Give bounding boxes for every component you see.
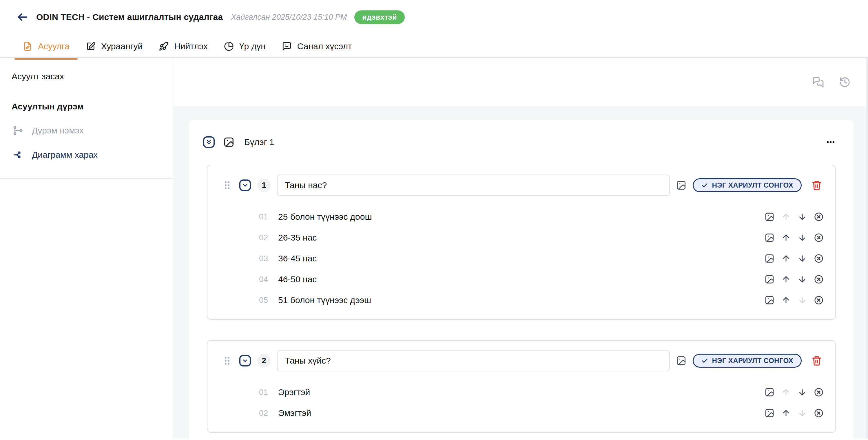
arrow-down-icon bbox=[798, 275, 807, 284]
remove-option-button[interactable] bbox=[814, 212, 824, 222]
image-icon bbox=[765, 408, 774, 418]
collapse-question-button[interactable] bbox=[239, 179, 251, 191]
comments-button[interactable] bbox=[812, 76, 824, 88]
image-icon bbox=[765, 212, 774, 222]
question-image-button[interactable] bbox=[676, 356, 686, 366]
option-image-button[interactable] bbox=[765, 212, 774, 222]
option-label: Эрэгтэй bbox=[278, 387, 310, 397]
move-up-button[interactable] bbox=[781, 296, 790, 305]
page-title: ODIN TECH - Систем ашиглалтын судалгаа bbox=[36, 12, 223, 22]
move-down-button[interactable] bbox=[798, 254, 807, 263]
delete-question-button[interactable] bbox=[811, 180, 822, 191]
question-type-badge[interactable]: НЭГ ХАРИУЛТ СОНГОХ bbox=[693, 178, 802, 192]
option-image-button[interactable] bbox=[765, 274, 774, 284]
scrollbar-track[interactable] bbox=[866, 58, 868, 439]
drag-handle[interactable] bbox=[224, 180, 230, 191]
option-row: 02 Эмэгтэй bbox=[208, 403, 835, 424]
option-label: 46-50 нас bbox=[278, 274, 317, 284]
group-image-button[interactable] bbox=[223, 137, 235, 148]
question-type-badge-label: НЭГ ХАРИУЛТ СОНГОХ bbox=[712, 357, 793, 365]
sidebar-item-label: Диаграмм харах bbox=[32, 150, 98, 160]
image-icon bbox=[765, 233, 774, 243]
move-down-button[interactable] bbox=[798, 233, 807, 242]
option-index: 01 bbox=[259, 387, 272, 397]
move-up-button[interactable] bbox=[781, 212, 790, 222]
option-image-button[interactable] bbox=[765, 253, 774, 263]
group-menu-button[interactable] bbox=[826, 137, 836, 147]
collapse-group-button[interactable] bbox=[203, 136, 215, 148]
check-icon bbox=[701, 357, 708, 364]
option-label: Эмэгтэй bbox=[278, 408, 311, 418]
collapse-question-button[interactable] bbox=[239, 355, 251, 367]
option-image-button[interactable] bbox=[765, 295, 774, 305]
option-label: 36-45 нас bbox=[278, 253, 317, 263]
arrow-up-icon bbox=[781, 275, 790, 284]
option-row: 03 36-45 нас bbox=[208, 248, 835, 269]
move-down-button[interactable] bbox=[798, 212, 807, 222]
group-title: Бүлэг 1 bbox=[244, 137, 274, 147]
sidebar-item-view-diagram[interactable]: Диаграмм харах bbox=[13, 150, 173, 160]
x-circle-icon bbox=[814, 212, 824, 222]
option-row: 01 25 болон түүнээс доош bbox=[208, 206, 835, 227]
option-image-button[interactable] bbox=[765, 233, 774, 243]
question-actions: НЭГ ХАРИУЛТ СОНГОХ bbox=[676, 354, 822, 368]
x-circle-icon bbox=[814, 274, 824, 284]
question-input[interactable] bbox=[277, 175, 670, 196]
move-up-button[interactable] bbox=[781, 387, 790, 397]
remove-option-button[interactable] bbox=[814, 387, 824, 397]
check-icon bbox=[701, 182, 708, 189]
arrow-up-icon bbox=[781, 387, 790, 397]
tab-summary[interactable]: Хураангуй bbox=[78, 34, 151, 58]
question-type-badge[interactable]: НЭГ ХАРИУЛТ СОНГОХ bbox=[693, 354, 802, 368]
option-list: 01 Эрэгтэй 02 Эмэгтэй bbox=[208, 382, 835, 432]
option-image-button[interactable] bbox=[765, 387, 774, 397]
arrow-down-icon bbox=[798, 296, 807, 305]
option-row: 05 51 болон түүнээс дээш bbox=[208, 290, 835, 311]
tab-feedback[interactable]: Санал хүсэлт bbox=[274, 34, 360, 58]
move-up-button[interactable] bbox=[781, 275, 790, 284]
question-header-row: 1 НЭГ ХАРИУЛТ СОНГОХ bbox=[208, 165, 835, 196]
drag-dots-icon bbox=[224, 180, 230, 191]
tab-label: Санал хүсэлт bbox=[297, 41, 352, 51]
sidebar-item-add-rule[interactable]: Дүрэм нэмэх bbox=[13, 125, 173, 136]
history-button[interactable] bbox=[839, 76, 850, 88]
remove-option-button[interactable] bbox=[814, 408, 824, 418]
image-icon bbox=[223, 137, 235, 148]
sidebar-item-edit-questions[interactable]: Асуулт засах bbox=[11, 71, 173, 81]
remove-option-button[interactable] bbox=[814, 233, 824, 243]
remove-option-button[interactable] bbox=[814, 253, 824, 263]
tab-label: Хураангуй bbox=[101, 41, 143, 51]
tab-label: Асуулга bbox=[38, 41, 69, 51]
remove-option-button[interactable] bbox=[814, 295, 824, 305]
move-down-button[interactable] bbox=[798, 408, 807, 418]
move-up-button[interactable] bbox=[781, 408, 790, 418]
drag-handle[interactable] bbox=[224, 356, 230, 366]
move-down-button[interactable] bbox=[798, 296, 807, 305]
move-down-button[interactable] bbox=[798, 387, 807, 397]
tab-publish[interactable]: Нийтлэх bbox=[151, 34, 216, 58]
tab-results[interactable]: Үр дүн bbox=[216, 34, 274, 58]
question-image-button[interactable] bbox=[676, 180, 686, 191]
question-actions: НЭГ ХАРИУЛТ СОНГОХ bbox=[676, 178, 822, 192]
status-badge: идэвхтэй bbox=[354, 10, 405, 24]
sidebar: Асуулт засах Асуултын дүрэм Дүрэм нэмэх … bbox=[0, 58, 173, 439]
option-label: 26-35 нас bbox=[278, 233, 317, 243]
question-input[interactable] bbox=[277, 350, 670, 371]
main-area: Бүлэг 1 1 НЭГ bbox=[173, 58, 868, 439]
arrow-up-icon bbox=[781, 254, 790, 263]
option-index: 01 bbox=[259, 212, 272, 222]
delete-question-button[interactable] bbox=[811, 356, 822, 366]
move-down-button[interactable] bbox=[798, 275, 807, 284]
tab-questionnaire[interactable]: Асуулга bbox=[14, 34, 78, 58]
image-icon bbox=[765, 253, 774, 263]
move-up-button[interactable] bbox=[781, 233, 790, 242]
remove-option-button[interactable] bbox=[814, 274, 824, 284]
option-image-button[interactable] bbox=[765, 408, 774, 418]
move-up-button[interactable] bbox=[781, 254, 790, 263]
option-index: 05 bbox=[259, 296, 272, 305]
back-button[interactable] bbox=[16, 10, 29, 24]
arrow-down-icon bbox=[798, 254, 807, 263]
image-icon bbox=[765, 274, 774, 284]
double-chevron-down-icon bbox=[206, 139, 212, 146]
option-label: 51 болон түүнээс дээш bbox=[278, 295, 371, 305]
